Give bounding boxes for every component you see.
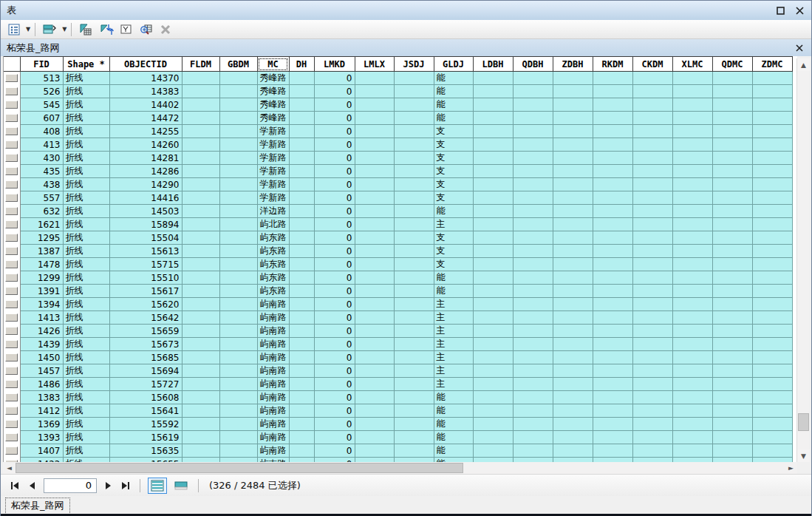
cell-dh[interactable]	[289, 205, 314, 218]
cell-lmlx[interactable]	[355, 205, 394, 218]
cell-xlmc[interactable]	[672, 351, 712, 364]
cell-rkdm[interactable]	[593, 152, 632, 165]
row-selector[interactable]	[4, 191, 20, 205]
row-selector-box[interactable]	[5, 313, 18, 322]
cell-lmlx[interactable]	[355, 311, 394, 325]
cell-qdbh[interactable]	[513, 444, 553, 458]
cell-lmkd[interactable]: 0	[314, 311, 355, 325]
cell-qdbh[interactable]	[513, 191, 553, 205]
cell-gldj[interactable]: 能	[434, 444, 473, 458]
cell-jsdj[interactable]	[394, 205, 434, 218]
cell-jsdj[interactable]	[394, 391, 434, 404]
cell-shape[interactable]: 折线	[63, 404, 109, 418]
cell-shape[interactable]: 折线	[63, 351, 109, 364]
column-header-xlmc[interactable]: XLMC	[672, 57, 712, 72]
cell-zdbh[interactable]	[553, 338, 593, 351]
cell-qdmc[interactable]	[712, 298, 752, 311]
cell-jsdj[interactable]	[394, 258, 434, 271]
cell-zdbh[interactable]	[553, 205, 593, 218]
cell-xlmc[interactable]	[672, 298, 712, 311]
cell-ckdm[interactable]	[632, 298, 672, 311]
cell-qdmc[interactable]	[712, 138, 752, 152]
row-selector-box[interactable]	[5, 154, 18, 162]
cell-fldm[interactable]	[182, 178, 219, 191]
row-selector[interactable]	[4, 404, 20, 418]
cell-shape[interactable]: 折线	[63, 112, 109, 125]
cell-lmkd[interactable]: 0	[314, 418, 355, 431]
cell-qdmc[interactable]	[712, 72, 752, 85]
cell-shape[interactable]: 折线	[63, 245, 109, 258]
cell-lmkd[interactable]: 0	[314, 364, 355, 378]
cell-zdmc[interactable]	[752, 444, 792, 458]
cell-rkdm[interactable]	[593, 311, 632, 325]
cell-xlmc[interactable]	[672, 431, 712, 444]
cell-lmlx[interactable]	[355, 444, 394, 458]
cell-xlmc[interactable]	[672, 205, 712, 218]
cell-qdbh[interactable]	[513, 98, 553, 112]
row-selector-box[interactable]	[5, 367, 18, 375]
cell-lmlx[interactable]	[355, 191, 394, 205]
cell-qdmc[interactable]	[712, 378, 752, 391]
row-selector[interactable]	[4, 391, 20, 404]
cell-ldbh[interactable]	[473, 404, 513, 418]
cell-gldj[interactable]: 能	[434, 391, 473, 404]
cell-lmlx[interactable]	[355, 338, 394, 351]
cell-zdmc[interactable]	[752, 271, 792, 285]
cell-gldj[interactable]: 能	[434, 72, 473, 85]
cell-fid[interactable]: 1478	[20, 258, 63, 271]
cell-zdbh[interactable]	[553, 245, 593, 258]
cell-lmkd[interactable]: 0	[314, 112, 355, 125]
cell-mc[interactable]: 屿东路	[257, 245, 289, 258]
cell-ldbh[interactable]	[473, 391, 513, 404]
cell-mc[interactable]: 屿东路	[257, 285, 289, 298]
cell-gldj[interactable]: 能	[434, 205, 473, 218]
cell-mc[interactable]: 屿南路	[257, 378, 289, 391]
row-selector[interactable]	[4, 444, 20, 458]
cell-lmlx[interactable]	[355, 165, 394, 178]
cell-jsdj[interactable]	[394, 311, 434, 325]
cell-qdbh[interactable]	[513, 178, 553, 191]
zoom-to-selected-icon[interactable]	[137, 21, 156, 38]
cell-fid[interactable]: 1412	[20, 404, 63, 418]
row-selector[interactable]	[4, 152, 20, 165]
cell-ckdm[interactable]	[632, 112, 672, 125]
cell-dh[interactable]	[289, 338, 314, 351]
row-selector[interactable]	[4, 218, 20, 231]
cell-zdmc[interactable]	[752, 112, 792, 125]
cell-gbdm[interactable]	[219, 271, 257, 285]
cell-shape[interactable]: 折线	[63, 311, 109, 325]
cell-qdmc[interactable]	[712, 271, 752, 285]
switch-selection-icon[interactable]	[97, 21, 116, 38]
cell-fid[interactable]: 1439	[20, 338, 63, 351]
cell-zdmc[interactable]	[752, 152, 792, 165]
cell-zdbh[interactable]	[553, 271, 593, 285]
cell-dh[interactable]	[289, 98, 314, 112]
cell-xlmc[interactable]	[672, 231, 712, 245]
row-selector-box[interactable]	[5, 287, 18, 295]
cell-zdbh[interactable]	[553, 325, 593, 338]
cell-shape[interactable]: 折线	[63, 338, 109, 351]
cell-jsdj[interactable]	[394, 431, 434, 444]
cell-objectid[interactable]: 15592	[109, 418, 182, 431]
cell-lmkd[interactable]: 0	[314, 165, 355, 178]
cell-zdbh[interactable]	[553, 138, 593, 152]
cell-ckdm[interactable]	[632, 231, 672, 245]
cell-fldm[interactable]	[182, 245, 219, 258]
row-selector[interactable]	[4, 431, 20, 444]
cell-shape[interactable]: 折线	[63, 125, 109, 138]
cell-zdmc[interactable]	[752, 325, 792, 338]
cell-qdmc[interactable]	[712, 351, 752, 364]
cell-qdbh[interactable]	[513, 285, 553, 298]
cell-shape[interactable]: 折线	[63, 431, 109, 444]
cell-gbdm[interactable]	[219, 112, 257, 125]
related-tables-caret-icon[interactable]: ▼	[62, 26, 66, 33]
cell-zdmc[interactable]	[752, 138, 792, 152]
cell-mc[interactable]: 屿南路	[257, 391, 289, 404]
cell-mc[interactable]: 屿北路	[257, 218, 289, 231]
column-header-qdbh[interactable]: QDBH	[513, 57, 553, 72]
cell-zdbh[interactable]	[553, 191, 593, 205]
cell-gldj[interactable]: 能	[434, 271, 473, 285]
cell-gldj[interactable]: 支	[434, 245, 473, 258]
cell-mc[interactable]: 秀峰路	[257, 112, 289, 125]
cell-zdbh[interactable]	[553, 444, 593, 458]
